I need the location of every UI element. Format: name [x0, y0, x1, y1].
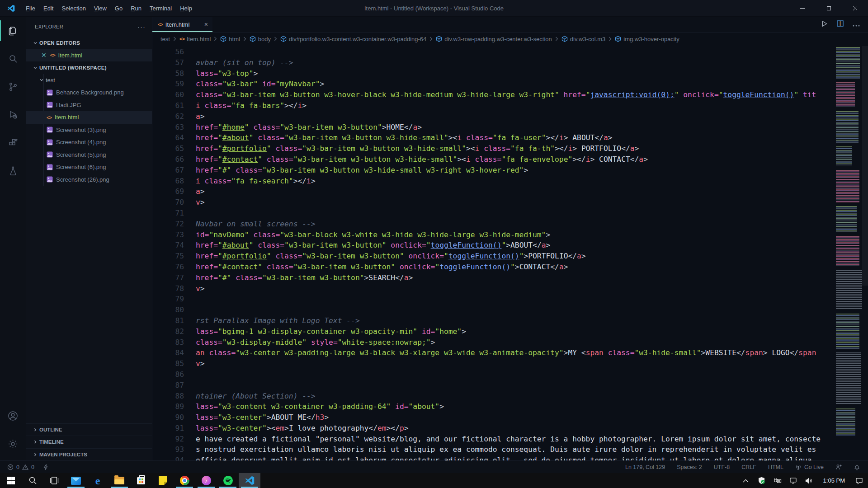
code-line-72[interactable]: 72Navbar on small screens -->	[152, 219, 868, 230]
code-line-73[interactable]: 73id="navDemo" class="w3-bar-block w3-wh…	[152, 230, 868, 240]
code-line-86[interactable]: 86	[152, 369, 868, 380]
code-line-94[interactable]: 94officia deserunt mollit anim id est la…	[152, 455, 868, 460]
code-line-67[interactable]: 67href="#" class="w3-bar-item w3-button …	[152, 165, 868, 176]
defender-shield-icon[interactable]	[757, 476, 766, 485]
taskbar-clock[interactable]: 1:05 PM	[821, 477, 848, 484]
action-center-icon[interactable]	[854, 476, 863, 485]
menu-edit[interactable]: Edit	[39, 0, 57, 16]
volume-icon[interactable]	[805, 476, 814, 485]
itunes-app-icon[interactable]: ♪	[195, 473, 217, 488]
feedback-icon[interactable]	[835, 464, 842, 470]
tree-item-hadi-jpg[interactable]: Hadi.JPG	[26, 99, 152, 112]
explorer-icon[interactable]	[0, 17, 26, 45]
code-line-90[interactable]: 90lass="w3-center">ABOUT ME</h3>	[152, 412, 868, 423]
run-file-icon[interactable]	[821, 20, 828, 29]
code-line-69[interactable]: 69a>	[152, 186, 868, 197]
eol-sequence[interactable]: CRLF	[741, 464, 756, 470]
code-line-62[interactable]: 62a>	[152, 111, 868, 122]
breadcrumb-img-w3-hover-opacity[interactable]: img.w3-hover-opacity	[615, 36, 679, 42]
section-timeline[interactable]: TIMELINE	[26, 436, 152, 448]
scrollbar-thumb[interactable]	[862, 46, 868, 286]
run-debug-icon[interactable]	[0, 101, 26, 129]
code-line-85[interactable]: 85v>	[152, 358, 868, 369]
warnings-indicator[interactable]: 0	[22, 464, 34, 470]
breadcrumb-div-w3-col-m3[interactable]: div.w3-col.m3	[561, 36, 606, 42]
edge-app-icon[interactable]: e	[87, 473, 108, 488]
code-editor[interactable]: 5657avbar (sit on top) -->58lass="w3-top…	[152, 45, 868, 460]
search-icon[interactable]	[0, 45, 26, 73]
notifications-bell-icon[interactable]	[854, 464, 860, 470]
code-line-78[interactable]: 78v>	[152, 283, 868, 294]
minimap[interactable]	[834, 45, 862, 460]
cursor-position[interactable]: Ln 179, Col 129	[625, 464, 665, 470]
tree-item-screenshot-26-png[interactable]: Screenshot (26).png	[26, 174, 152, 186]
workspace-section[interactable]: UNTITLED (WORKSPACE)	[26, 61, 152, 74]
code-line-82[interactable]: 82lass="bgimg-1 w3-display-container w3-…	[152, 326, 868, 337]
explorer-actions-icon[interactable]: ···	[137, 23, 146, 31]
vscode-app-icon[interactable]	[239, 473, 260, 488]
code-line-74[interactable]: 74href="#about" class="w3-bar-item w3-bu…	[152, 240, 868, 251]
close-button[interactable]	[842, 0, 868, 16]
code-line-91[interactable]: 91lass="w3-center"><em>I love photograph…	[152, 423, 868, 434]
code-line-64[interactable]: 64href="#about" class="w3-bar-item w3-bu…	[152, 132, 868, 143]
breadcrumb-item-html[interactable]: <>Item.html	[179, 36, 211, 42]
task-view-icon[interactable]	[43, 473, 65, 488]
breadcrumb-test[interactable]: test	[160, 36, 170, 42]
minimize-button[interactable]	[789, 0, 816, 16]
code-line-87[interactable]: 87	[152, 380, 868, 391]
code-line-79[interactable]: 79	[152, 294, 868, 305]
breadcrumb-html[interactable]: html	[220, 36, 240, 42]
code-line-76[interactable]: 76href="#contact" class="w3-bar-item w3-…	[152, 262, 868, 272]
code-line-63[interactable]: 63href="#home" class="w3-bar-item w3-but…	[152, 122, 868, 133]
tree-item-screenshot-6-png[interactable]: Screenshot (6).png	[26, 161, 152, 174]
code-line-66[interactable]: 66href="#contact" class="w3-bar-item w3-…	[152, 154, 868, 165]
tab-close-icon[interactable]: ×	[204, 21, 208, 28]
breadcrumb-div-portfolio-w3-content-w3-container-w3[interactable]: div#portfolio.w3-content.w3-container.w3…	[280, 36, 426, 42]
code-line-81[interactable]: 81rst Parallax Image with Logo Text -->	[152, 315, 868, 326]
code-line-68[interactable]: 68i class="fa fa-search"></i>	[152, 176, 868, 187]
open-editors-section[interactable]: OPEN EDITORS	[26, 37, 152, 49]
menu-selection[interactable]: Selection	[57, 0, 90, 16]
breadcrumb-div-w3-row-padding-w3-center-w3-section[interactable]: div.w3-row-padding.w3-center.w3-section	[436, 36, 552, 42]
spotify-app-icon[interactable]	[217, 473, 239, 488]
language-mode[interactable]: HTML	[768, 464, 783, 470]
tab-item-html[interactable]: <> Item.html ×	[152, 17, 212, 32]
thunder-icon[interactable]	[43, 464, 48, 470]
code-line-65[interactable]: 65href="#portfolio" class="w3-bar-item w…	[152, 143, 868, 154]
close-editor-icon[interactable]: ✕	[41, 52, 47, 59]
code-line-77[interactable]: 77href="#" class="w3-bar-item w3-button"…	[152, 272, 868, 283]
section-outline[interactable]: OUTLINE	[26, 423, 152, 436]
power-plug-icon[interactable]	[773, 476, 782, 485]
network-icon[interactable]	[789, 476, 798, 485]
tree-item-behance-background-png[interactable]: Behance Background.png	[26, 86, 152, 99]
start-button[interactable]	[0, 473, 22, 488]
code-line-89[interactable]: 89lass="w3-content w3-container w3-paddi…	[152, 401, 868, 412]
code-line-80[interactable]: 80	[152, 305, 868, 315]
errors-indicator[interactable]: 0	[7, 464, 19, 470]
menu-view[interactable]: View	[90, 0, 111, 16]
tray-expand-icon[interactable]	[741, 476, 750, 485]
chrome-app-icon[interactable]	[174, 473, 195, 488]
open-editor-item-html[interactable]: ✕ <> Item.html	[26, 49, 152, 62]
taskbar-search-icon[interactable]	[22, 473, 43, 488]
mail-app-icon[interactable]	[65, 473, 87, 488]
menu-terminal[interactable]: Terminal	[146, 0, 176, 16]
more-actions-icon[interactable]	[853, 20, 860, 28]
tree-item-item-html[interactable]: <>Item.html	[26, 111, 152, 124]
extensions-icon[interactable]	[0, 129, 26, 157]
indentation[interactable]: Spaces: 2	[677, 464, 702, 470]
settings-gear-icon[interactable]	[0, 430, 26, 458]
tree-item-screenshot-3-png[interactable]: Screenshot (3).png	[26, 124, 152, 136]
code-line-84[interactable]: 84an class="w3-center w3-padding-large w…	[152, 347, 868, 358]
testing-icon[interactable]	[0, 157, 26, 185]
code-line-71[interactable]: 71	[152, 208, 868, 219]
menu-run[interactable]: Run	[127, 0, 146, 16]
sticky-notes-icon[interactable]	[152, 473, 174, 488]
account-icon[interactable]	[0, 402, 26, 430]
code-line-83[interactable]: 83class="w3-display-middle" style="white…	[152, 337, 868, 348]
code-line-60[interactable]: 60class="w3-bar-item w3-button w3-hover-…	[152, 89, 868, 100]
code-line-61[interactable]: 61i class="fa fa-bars"></i>	[152, 100, 868, 111]
code-line-88[interactable]: 88ntainer (About Section) -->	[152, 391, 868, 402]
menu-help[interactable]: Help	[176, 0, 196, 16]
maximize-button[interactable]	[816, 0, 842, 16]
